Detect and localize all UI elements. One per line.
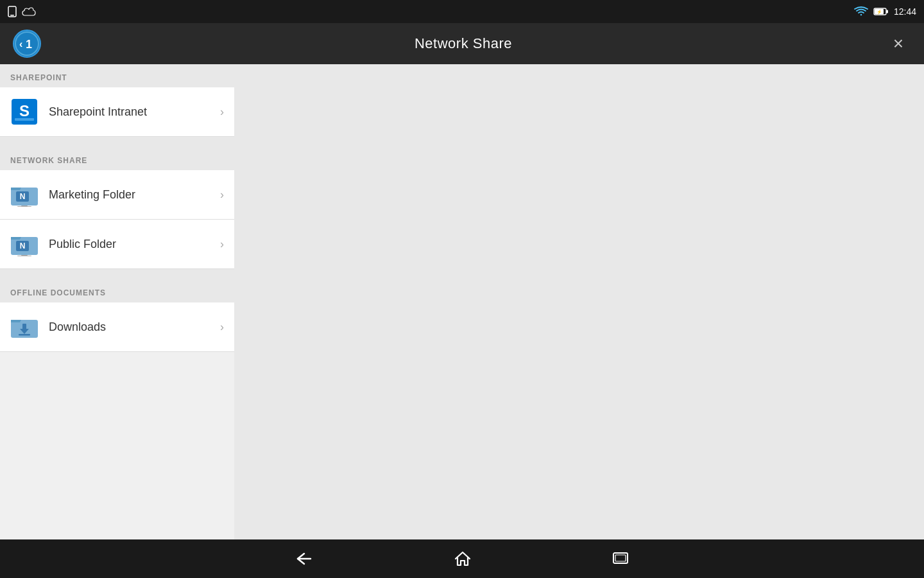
phone-icon — [8, 6, 17, 17]
chevron-icon-public: › — [220, 238, 224, 251]
section-gap-1 — [0, 137, 234, 147]
downloads-folder-icon — [10, 313, 38, 341]
content-area — [234, 64, 924, 539]
svg-rect-1 — [10, 15, 14, 16]
sharepoint-icon: S — [10, 98, 38, 126]
svg-text:1: 1 — [26, 38, 32, 51]
svg-rect-11 — [15, 118, 34, 121]
svg-text:⚡: ⚡ — [876, 9, 882, 15]
page-title: Network Share — [415, 35, 512, 52]
svg-rect-21 — [17, 256, 31, 256]
clock: 12:44 — [894, 6, 916, 17]
svg-text:‹: ‹ — [19, 39, 22, 49]
svg-rect-25 — [19, 334, 30, 336]
section-header-network: NETWORK SHARE — [0, 147, 234, 170]
svg-rect-16 — [17, 206, 31, 207]
list-item-public-folder[interactable]: N Public Folder › — [0, 220, 234, 269]
offline-docs-list: Downloads › — [0, 302, 234, 352]
recent-apps-button[interactable] — [612, 552, 629, 566]
marketing-folder-icon: N — [10, 180, 38, 209]
title-bar: ‹ 1 Network Share × — [0, 23, 924, 64]
main-content: SHAREPOINT S Sharepoint Intranet › NETWO… — [0, 64, 924, 539]
list-item-sharepoint-intranet[interactable]: S Sharepoint Intranet › — [0, 87, 234, 137]
home-icon — [454, 550, 471, 567]
sidebar: SHAREPOINT S Sharepoint Intranet › NETWO… — [0, 64, 234, 539]
close-button[interactable]: × — [886, 31, 911, 57]
battery-icon: ⚡ — [873, 7, 889, 16]
status-left-icons — [8, 6, 36, 17]
svg-text:S: S — [19, 102, 30, 119]
marketing-folder-label: Marketing Folder — [49, 188, 220, 202]
network-share-list: N Marketing Folder › N — [0, 170, 234, 269]
section-header-offline: OFFLINE DOCUMENTS — [0, 279, 234, 302]
bottom-nav-bar — [0, 539, 924, 578]
list-item-marketing-folder[interactable]: N Marketing Folder › — [0, 170, 234, 220]
downloads-label: Downloads — [49, 320, 220, 334]
back-button[interactable] — [295, 551, 313, 566]
back-icon — [295, 551, 313, 566]
cloud-icon — [22, 7, 36, 16]
public-folder-label: Public Folder — [49, 238, 220, 251]
svg-text:N: N — [20, 192, 26, 201]
wifi-icon — [854, 6, 868, 17]
section-gap-2 — [0, 269, 234, 279]
chevron-icon-sharepoint: › — [220, 105, 224, 119]
public-folder-icon: N — [10, 230, 38, 258]
status-right-icons: ⚡ 12:44 — [854, 6, 916, 17]
home-button[interactable] — [454, 550, 471, 567]
app-logo: ‹ 1 — [13, 30, 41, 58]
chevron-icon-downloads: › — [220, 320, 224, 334]
sharepoint-intranet-label: Sharepoint Intranet — [49, 105, 220, 119]
svg-rect-3 — [886, 10, 888, 13]
svg-rect-28 — [615, 555, 626, 561]
list-item-downloads[interactable]: Downloads › — [0, 302, 234, 352]
sharepoint-list: S Sharepoint Intranet › — [0, 87, 234, 137]
svg-text:N: N — [20, 241, 26, 250]
status-bar: ⚡ 12:44 — [0, 0, 924, 23]
section-header-sharepoint: SHAREPOINT — [0, 64, 234, 87]
recent-apps-icon — [612, 552, 629, 566]
chevron-icon-marketing: › — [220, 188, 224, 202]
